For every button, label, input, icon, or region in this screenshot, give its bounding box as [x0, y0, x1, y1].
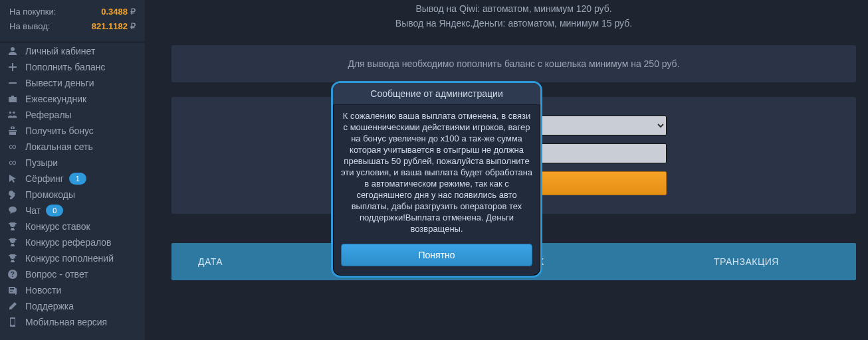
balance-purchases-label: На покупки:: [9, 7, 56, 17]
gamepad-icon: ∞: [7, 157, 19, 169]
sidebar-item-8[interactable]: Сёрфинг1: [0, 171, 145, 187]
help-icon: [7, 268, 19, 280]
balance-withdraw-label: На вывод:: [9, 21, 50, 31]
sidebar-item-label: Пузыри: [25, 157, 58, 168]
sidebar-item-label: Промокоды: [25, 189, 75, 200]
sidebar-item-2[interactable]: Вывести деньги: [0, 75, 145, 91]
sidebar-item-1[interactable]: Пополнить баланс: [0, 59, 145, 75]
sidebar-badge: 1: [69, 173, 86, 185]
sidebar-item-7[interactable]: ∞Пузыри: [0, 155, 145, 171]
gamepad-icon: ∞: [7, 141, 19, 153]
sidebar-item-label: Получить бонус: [25, 126, 94, 136]
sidebar-item-0[interactable]: Личный кабинет: [0, 43, 145, 59]
trophy-icon: [7, 220, 19, 232]
sidebar-item-16[interactable]: Поддержка: [0, 298, 145, 314]
case-icon: [7, 93, 19, 105]
sidebar-item-11[interactable]: Конкурс ставок: [0, 218, 145, 234]
min-deposit-notice: Для вывода необходимо пополнить баланс с…: [171, 45, 856, 82]
sidebar-item-label: Личный кабинет: [25, 46, 95, 56]
sidebar-item-label: Конкурс ставок: [25, 221, 90, 232]
chat-icon: [7, 205, 19, 216]
admin-message-modal: Сообщение от администрации К сожалению в…: [331, 81, 542, 278]
sidebar-item-10[interactable]: Чат0: [0, 203, 145, 218]
pencil-icon: [7, 300, 19, 312]
sidebar-item-label: Новости: [25, 285, 61, 296]
user-icon: [7, 45, 19, 57]
trophy-icon: [7, 252, 19, 264]
sidebar-item-label: Чат: [25, 205, 41, 216]
sidebar-item-4[interactable]: Рефералы: [0, 107, 145, 123]
sidebar-item-14[interactable]: Вопрос - ответ: [0, 266, 145, 282]
sidebar-item-17[interactable]: Мобильная версия: [0, 314, 145, 330]
sidebar-item-label: Поддержка: [25, 301, 74, 311]
sidebar-item-label: Вопрос - ответ: [25, 269, 88, 280]
key-icon: [7, 189, 19, 201]
sidebar-item-label: Рефералы: [25, 110, 72, 120]
sidebar-item-label: Мобильная версия: [25, 317, 107, 327]
modal-ok-button[interactable]: Понятно: [341, 244, 532, 266]
sidebar-item-15[interactable]: Новости: [0, 282, 145, 298]
th-transaction: ТРАНЗАКЦИЯ: [637, 256, 856, 267]
payout-info-qiwi: Вывод на Qiwi: автоматом, минимум 120 ру…: [171, 1, 856, 16]
sidebar: На покупки: 0.3488₽ На вывод: 821.1182₽ …: [0, 0, 145, 340]
trophy-icon: [7, 236, 19, 248]
sidebar-item-label: Сёрфинг: [25, 173, 64, 184]
sidebar-item-label: Пополнить баланс: [25, 62, 105, 72]
sidebar-badge: 0: [46, 205, 63, 216]
sidebar-item-label: Конкурс рефералов: [25, 237, 111, 248]
sidebar-item-label: Ежесекундник: [25, 94, 86, 104]
sidebar-item-12[interactable]: Конкурс рефералов: [0, 234, 145, 250]
balance-purchases-value: 0.3488₽: [101, 7, 136, 17]
plus-icon: [7, 61, 19, 73]
modal-title: Сообщение от администрации: [333, 83, 540, 105]
cursor-icon: [7, 173, 19, 185]
sidebar-item-label: Вывести деньги: [25, 78, 94, 88]
sidebar-item-13[interactable]: Конкурс пополнений: [0, 250, 145, 266]
sidebar-item-3[interactable]: Ежесекундник: [0, 91, 145, 107]
sidebar-item-5[interactable]: Получить бонус: [0, 123, 145, 139]
news-icon: [7, 284, 19, 296]
payout-info-yandex: Вывод на Яндекс.Деньги: автоматом, миним…: [171, 16, 856, 31]
minus-icon: [7, 77, 19, 89]
sidebar-item-6[interactable]: ∞Локальная сеть: [0, 139, 145, 155]
gift-icon: [7, 125, 19, 137]
mobile-icon: [7, 316, 19, 328]
sidebar-item-label: Локальная сеть: [25, 141, 93, 152]
sidebar-item-label: Конкурс пополнений: [25, 253, 114, 264]
modal-body: К сожалению ваша выплата отменена, в свя…: [333, 105, 540, 244]
balance-withdraw-value: 821.1182₽: [92, 21, 136, 31]
refs-icon: [7, 109, 19, 121]
sidebar-item-9[interactable]: Промокоды: [0, 187, 145, 203]
balance-box: На покупки: 0.3488₽ На вывод: 821.1182₽: [0, 0, 145, 43]
